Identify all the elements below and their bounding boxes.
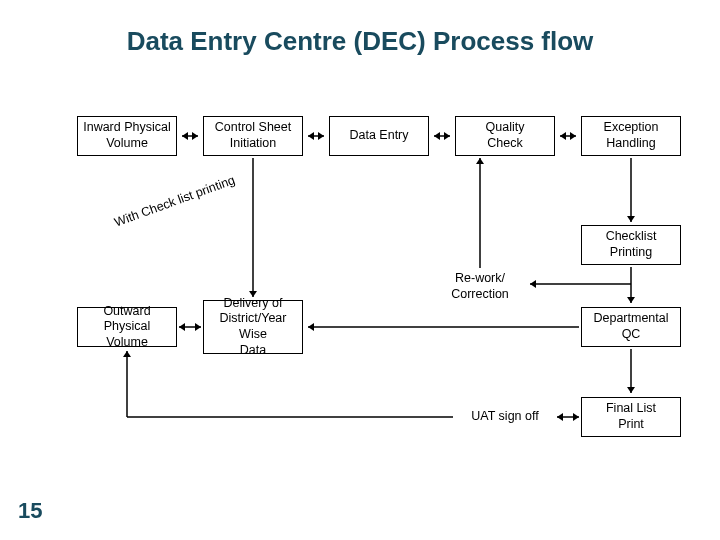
box-final-list-print: Final ListPrint <box>581 397 681 437</box>
svg-marker-20 <box>476 158 484 164</box>
annotation-checklist: With Check list printing <box>113 173 237 230</box>
svg-marker-1 <box>192 132 198 140</box>
box-outward-physical-volume: Outward PhysicalVolume <box>77 307 177 347</box>
svg-marker-25 <box>195 323 201 331</box>
svg-marker-11 <box>560 132 566 140</box>
svg-marker-5 <box>308 132 314 140</box>
box-inward-physical-volume: Inward PhysicalVolume <box>77 116 177 156</box>
svg-marker-29 <box>627 387 635 393</box>
svg-marker-8 <box>434 132 440 140</box>
svg-marker-7 <box>444 132 450 140</box>
svg-marker-13 <box>627 216 635 222</box>
box-quality-check: QualityCheck <box>455 116 555 156</box>
label-rework-correction: Re-work/Correction <box>430 271 530 302</box>
box-departmental-qc: Departmental QC <box>581 307 681 347</box>
svg-marker-16 <box>627 297 635 303</box>
page-title: Data Entry Centre (DEC) Process flow <box>0 26 720 57</box>
slide-number: 15 <box>18 498 42 524</box>
box-control-sheet-initiation: Control SheetInitiation <box>203 116 303 156</box>
svg-marker-22 <box>308 323 314 331</box>
box-exception-handling: ExceptionHandling <box>581 116 681 156</box>
svg-marker-4 <box>318 132 324 140</box>
svg-marker-2 <box>182 132 188 140</box>
svg-marker-10 <box>570 132 576 140</box>
svg-marker-35 <box>123 351 131 357</box>
box-delivery-district-year: Delivery ofDistrict/Year WiseData <box>203 300 303 354</box>
box-checklist-printing: ChecklistPrinting <box>581 225 681 265</box>
box-data-entry: Data Entry <box>329 116 429 156</box>
svg-marker-32 <box>557 413 563 421</box>
svg-marker-24 <box>179 323 185 331</box>
svg-marker-31 <box>573 413 579 421</box>
flow-arrows <box>0 0 720 540</box>
svg-marker-18 <box>530 280 536 288</box>
label-uat-sign-off: UAT sign off <box>455 409 555 425</box>
